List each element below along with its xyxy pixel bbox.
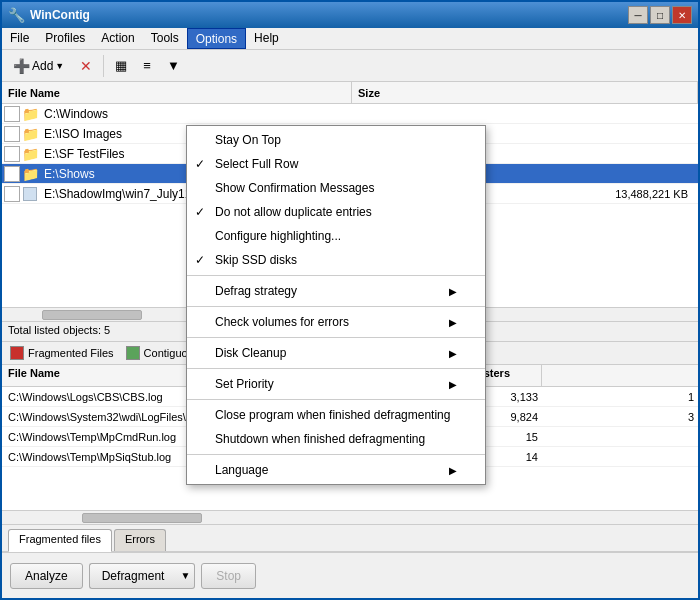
set-priority-arrow-icon: ▶ (449, 379, 457, 390)
option-shutdown-when-finished[interactable]: Shutdown when finished defragmenting (187, 427, 485, 451)
title-bar: 🔧 WinContig ─ □ ✕ (2, 2, 698, 28)
dropdown-sep-5 (187, 399, 485, 400)
row-checkbox-1[interactable] (4, 126, 20, 142)
fragmented-label: Fragmented Files (28, 347, 114, 359)
disk-cleanup-arrow-icon: ▶ (449, 348, 457, 359)
option-defrag-strategy[interactable]: Defrag strategy ▶ (187, 279, 485, 303)
contiguous-color-box (126, 346, 140, 360)
maximize-button[interactable]: □ (650, 6, 670, 24)
row-checkbox-4[interactable] (4, 186, 20, 202)
row-checkbox-2[interactable] (4, 146, 20, 162)
defrag-strategy-arrow-icon: ▶ (449, 286, 457, 297)
option-check-volumes[interactable]: Check volumes for errors ▶ (187, 310, 485, 334)
legend-fragmented: Fragmented Files (10, 346, 114, 360)
table-icon: ≡ (143, 58, 151, 73)
bottom-col-header-size (542, 365, 698, 386)
title-bar-controls: ─ □ ✕ (628, 6, 692, 24)
option-configure-highlighting[interactable]: Configure highlighting... (187, 224, 485, 248)
bottom-buttons: Analyze Defragment ▼ Stop (2, 552, 698, 598)
add-button[interactable]: ➕ Add ▼ (6, 53, 71, 79)
table-button[interactable]: ≡ (136, 53, 158, 79)
fragmented-color-box (10, 346, 24, 360)
grid-icon: ▦ (115, 58, 127, 73)
minimize-button[interactable]: ─ (628, 6, 648, 24)
option-disk-cleanup-label: Disk Cleanup (215, 346, 286, 360)
option-skip-ssd-label: Skip SSD disks (215, 253, 297, 267)
dropdown-sep-1 (187, 275, 485, 276)
menu-profiles[interactable]: Profiles (37, 28, 93, 49)
option-disk-cleanup[interactable]: Disk Cleanup ▶ (187, 341, 485, 365)
dropdown-sep-6 (187, 454, 485, 455)
grid-button[interactable]: ▦ (108, 53, 134, 79)
dropdown-sep-3 (187, 337, 485, 338)
add-label: Add (32, 59, 53, 73)
dropdown-sep-4 (187, 368, 485, 369)
row-checkbox-3[interactable] (4, 166, 20, 182)
menu-bar: File Profiles Action Tools Options Help (2, 28, 698, 50)
close-button[interactable]: ✕ (672, 6, 692, 24)
option-close-when-finished[interactable]: Close program when finished defragmentin… (187, 403, 485, 427)
option-shutdown-when-finished-label: Shutdown when finished defragmenting (215, 432, 425, 446)
option-select-full-row-label: Select Full Row (215, 157, 298, 171)
col-header-size: Size (352, 82, 698, 103)
option-show-confirmation[interactable]: Show Confirmation Messages (187, 176, 485, 200)
defragment-group: Defragment ▼ (89, 563, 196, 589)
folder-icon: 📁 (22, 166, 38, 182)
menu-tools[interactable]: Tools (143, 28, 187, 49)
check-volumes-arrow-icon: ▶ (449, 317, 457, 328)
content-area: File Name Size 📁 C:\Windows 📁 E:\ISO Ima… (2, 82, 698, 524)
option-close-when-finished-label: Close program when finished defragmentin… (215, 408, 450, 422)
app-icon: 🔧 (8, 7, 25, 23)
tab-errors[interactable]: Errors (114, 529, 166, 551)
remove-icon: ✕ (80, 58, 92, 74)
title-bar-left: 🔧 WinContig (8, 7, 90, 23)
dropdown-menu: Stay On Top Select Full Row Show Confirm… (186, 125, 486, 485)
option-skip-ssd[interactable]: Skip SSD disks (187, 248, 485, 272)
defragment-button[interactable]: Defragment (89, 563, 177, 589)
language-arrow-icon: ▶ (449, 465, 457, 476)
option-language[interactable]: Language ▶ (187, 458, 485, 482)
file-name-0: C:\Windows (42, 107, 546, 121)
option-select-full-row[interactable]: Select Full Row (187, 152, 485, 176)
option-language-label: Language (215, 463, 268, 477)
menu-action[interactable]: Action (93, 28, 142, 49)
menu-file[interactable]: File (2, 28, 37, 49)
filter-button[interactable]: ▼ (160, 53, 187, 79)
bottom-size-1: 3 (542, 411, 698, 423)
toolbar: ➕ Add ▼ ✕ ▦ ≡ ▼ (2, 50, 698, 82)
file-size-4: 13,488,221 KB (546, 188, 696, 200)
option-set-priority-label: Set Priority (215, 377, 274, 391)
folder-icon: 📁 (22, 146, 38, 162)
file-icon-img (22, 186, 38, 202)
stop-button[interactable]: Stop (201, 563, 256, 589)
add-icon: ➕ (13, 58, 30, 74)
add-dropdown-icon: ▼ (55, 61, 64, 71)
total-listed-label: Total listed objects: 5 (8, 324, 110, 336)
option-no-duplicate-label: Do not allow duplicate entries (215, 205, 372, 219)
option-no-duplicate[interactable]: Do not allow duplicate entries (187, 200, 485, 224)
menu-options[interactable]: Options (187, 28, 246, 49)
defragment-arrow-button[interactable]: ▼ (176, 563, 195, 589)
option-show-confirmation-label: Show Confirmation Messages (215, 181, 374, 195)
option-stay-on-top-label: Stay On Top (215, 133, 281, 147)
window-title: WinContig (30, 8, 90, 22)
file-row[interactable]: 📁 C:\Windows (2, 104, 698, 124)
filter-icon: ▼ (167, 58, 180, 73)
option-set-priority[interactable]: Set Priority ▶ (187, 372, 485, 396)
toolbar-separator-1 (103, 55, 104, 77)
option-check-volumes-label: Check volumes for errors (215, 315, 349, 329)
remove-button[interactable]: ✕ (73, 53, 99, 79)
file-list-header: File Name Size (2, 82, 698, 104)
bottom-size-0: 1 (542, 391, 698, 403)
bottom-table-scrollbar[interactable] (2, 510, 698, 524)
row-checkbox-0[interactable] (4, 106, 20, 122)
folder-icon: 📁 (22, 126, 38, 142)
tab-fragmented[interactable]: Fragmented files (8, 529, 112, 552)
folder-icon: 📁 (22, 106, 38, 122)
menu-help[interactable]: Help (246, 28, 287, 49)
option-defrag-strategy-label: Defrag strategy (215, 284, 297, 298)
option-stay-on-top[interactable]: Stay On Top (187, 128, 485, 152)
analyze-button[interactable]: Analyze (10, 563, 83, 589)
option-configure-highlighting-label: Configure highlighting... (215, 229, 341, 243)
main-window: 🔧 WinContig ─ □ ✕ File Profiles Action T… (0, 0, 700, 600)
